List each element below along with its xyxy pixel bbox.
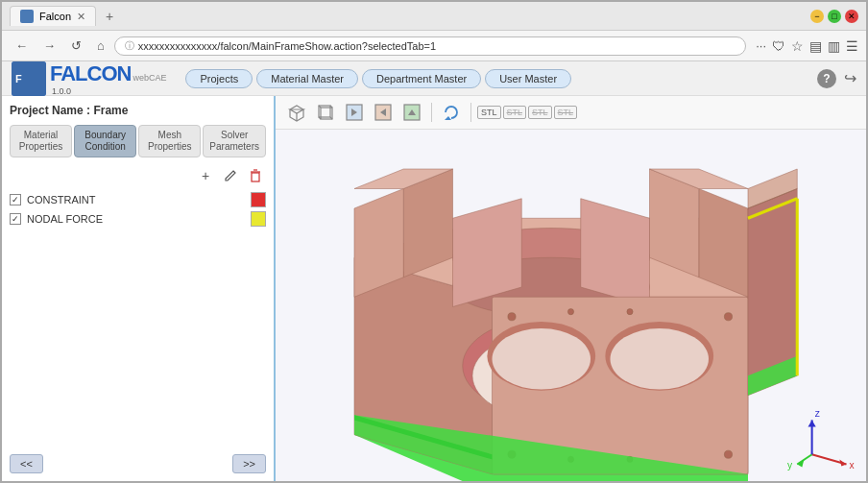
project-name-value: Frame xyxy=(93,104,128,117)
nodal-force-item: NODAL FORCE xyxy=(10,211,266,227)
perspective-view-btn[interactable] xyxy=(283,100,310,125)
svg-text:z: z xyxy=(815,408,820,419)
stl-badge-4[interactable]: STL xyxy=(554,106,578,119)
department-master-tab[interactable]: Department Master xyxy=(362,69,481,88)
delete-bc-btn[interactable] xyxy=(245,165,266,186)
bc-toolbar: + xyxy=(10,165,266,186)
refresh-btn[interactable]: ↺ xyxy=(65,36,87,56)
nodal-force-color xyxy=(251,211,266,227)
settings-icon[interactable]: ☰ xyxy=(846,38,858,54)
svg-point-43 xyxy=(508,313,516,321)
browser-window: Falcon ✕ + − □ ✕ ← → ↺ ⌂ ⓘ xxxxxxxxxxxxx… xyxy=(0,0,868,483)
boundary-condition-tab[interactable]: BoundaryCondition xyxy=(74,125,136,157)
user-master-tab[interactable]: User Master xyxy=(485,69,571,88)
3d-viewport[interactable]: x y z xyxy=(276,130,866,481)
svg-marker-20 xyxy=(445,116,451,120)
logo-name: FALCON xyxy=(50,61,131,86)
svg-point-42 xyxy=(611,328,710,390)
edit-bc-btn[interactable] xyxy=(220,165,241,186)
svg-point-47 xyxy=(567,309,573,315)
home-btn[interactable]: ⌂ xyxy=(91,36,110,56)
svg-point-44 xyxy=(724,313,732,321)
left-panel: Project Name : Frame MaterialProperties … xyxy=(2,96,276,481)
main-content: Project Name : Frame MaterialProperties … xyxy=(2,96,866,481)
app-nav-right: ? ↪ xyxy=(817,69,856,88)
svg-rect-2 xyxy=(252,173,259,181)
rotate-btn[interactable] xyxy=(438,100,465,125)
cube-view-btn[interactable] xyxy=(312,100,339,125)
panel-nav-buttons: << >> xyxy=(10,450,266,473)
window-controls: − □ ✕ xyxy=(810,10,858,23)
svg-point-46 xyxy=(724,450,732,458)
right-panel: STL STL STL STL xyxy=(276,96,866,481)
bookmark-icon[interactable]: ☆ xyxy=(791,38,804,54)
3d-model-svg: x y z xyxy=(276,130,866,481)
svg-text:F: F xyxy=(15,73,22,85)
minimize-btn[interactable]: − xyxy=(810,10,824,23)
more-btn[interactable]: ··· xyxy=(756,38,766,53)
view-toolbar: STL STL STL STL xyxy=(276,96,866,130)
help-btn[interactable]: ? xyxy=(817,69,836,88)
title-bar: Falcon ✕ + − □ ✕ xyxy=(2,2,866,31)
new-tab-btn[interactable]: + xyxy=(96,6,123,27)
nav-icons: ··· 🛡 ☆ ▤ ▥ ☰ xyxy=(756,38,858,54)
svg-text:x: x xyxy=(850,460,856,471)
app-nav: F FALCON webCAE 1.0.0 Projects Material … xyxy=(2,61,866,96)
address-text: xxxxxxxxxxxxxxx/falcon/MainFrameShow.act… xyxy=(138,40,735,52)
logo-sub: webCAE xyxy=(133,73,166,83)
reader-icon: ▤ xyxy=(809,38,822,54)
logo-version: 1.0.0 xyxy=(52,86,166,96)
tab-title: Falcon xyxy=(39,11,71,22)
stl-badge-2[interactable]: STL xyxy=(503,106,527,119)
maximize-btn[interactable]: □ xyxy=(828,10,841,23)
tab-close-btn[interactable]: ✕ xyxy=(77,11,85,23)
bc-list: CONSTRAINT NODAL FORCE xyxy=(10,192,266,227)
tab-icon xyxy=(20,10,34,23)
close-btn[interactable]: ✕ xyxy=(845,10,858,23)
nodal-force-label: NODAL FORCE xyxy=(27,213,245,225)
forward-btn[interactable]: → xyxy=(37,36,61,56)
constraint-checkbox[interactable] xyxy=(10,194,21,205)
add-bc-btn[interactable]: + xyxy=(195,165,216,186)
view-separator-2 xyxy=(470,103,471,122)
front-view-btn[interactable] xyxy=(341,100,368,125)
constraint-label: CONSTRAINT xyxy=(27,194,245,205)
svg-text:y: y xyxy=(787,460,793,471)
stl-badge-3[interactable]: STL xyxy=(528,106,552,119)
nav-bar: ← → ↺ ⌂ ⓘ xxxxxxxxxxxxxxx/falcon/MainFra… xyxy=(2,31,866,61)
project-name-label: Project Name : Frame xyxy=(10,104,266,117)
top-view-btn[interactable] xyxy=(398,100,425,125)
address-protocol: ⓘ xyxy=(125,39,134,53)
mesh-properties-tab[interactable]: MeshProperties xyxy=(138,125,201,157)
view-separator-1 xyxy=(431,103,432,122)
browser-tab[interactable]: Falcon ✕ xyxy=(10,6,96,26)
logo-image: F xyxy=(12,61,46,96)
stl-badge-1[interactable]: STL xyxy=(477,106,501,119)
logout-btn[interactable]: ↪ xyxy=(844,69,856,87)
svg-marker-6 xyxy=(290,109,303,113)
panel-tabs: MaterialProperties BoundaryCondition Mes… xyxy=(10,125,266,157)
svg-point-40 xyxy=(493,328,591,390)
next-btn[interactable]: >> xyxy=(232,454,266,473)
nodal-force-checkbox[interactable] xyxy=(10,213,21,225)
material-properties-tab[interactable]: MaterialProperties xyxy=(10,125,72,157)
stl-badges: STL STL STL STL xyxy=(477,106,577,119)
material-master-tab[interactable]: Material Master xyxy=(256,69,358,88)
sidebar-icon: ▥ xyxy=(828,38,840,54)
svg-point-48 xyxy=(627,309,633,315)
logo-text-block: FALCON webCAE 1.0.0 xyxy=(48,61,166,96)
projects-tab[interactable]: Projects xyxy=(185,69,253,88)
address-bar[interactable]: ⓘ xxxxxxxxxxxxxxx/falcon/MainFrameShow.a… xyxy=(114,36,746,56)
constraint-item: CONSTRAINT xyxy=(10,192,266,207)
back-view-btn[interactable] xyxy=(370,100,397,125)
app-nav-tabs: Projects Material Master Department Mast… xyxy=(185,69,571,88)
prev-btn[interactable]: << xyxy=(10,454,43,473)
solver-parameters-tab[interactable]: SolverParameters xyxy=(203,125,266,157)
back-btn[interactable]: ← xyxy=(10,36,34,56)
constraint-color xyxy=(251,192,266,207)
shield-icon: 🛡 xyxy=(772,38,785,54)
